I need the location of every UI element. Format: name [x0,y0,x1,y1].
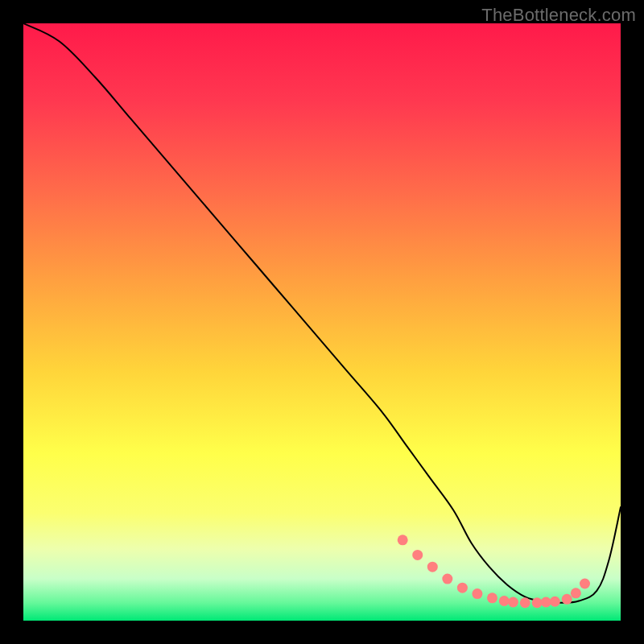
marker-dot [442,574,452,584]
plot-area [23,23,621,621]
marker-dot [398,535,408,545]
gradient-background [23,23,621,621]
marker-dot [508,597,518,607]
marker-dot [520,597,530,608]
marker-dot [580,578,590,588]
marker-dot [499,596,510,606]
marker-dot [472,588,482,599]
marker-dot [412,550,423,560]
marker-dot [457,583,468,593]
marker-dot [427,562,438,572]
chart-svg [23,23,621,621]
chart-container: TheBottleneck.com [0,0,644,644]
marker-dot [532,597,543,608]
marker-dot [550,597,560,607]
marker-dot [571,588,581,598]
marker-dot [541,597,551,607]
marker-dot [562,594,572,605]
marker-dot [487,592,497,603]
watermark-text: TheBottleneck.com [481,5,636,26]
